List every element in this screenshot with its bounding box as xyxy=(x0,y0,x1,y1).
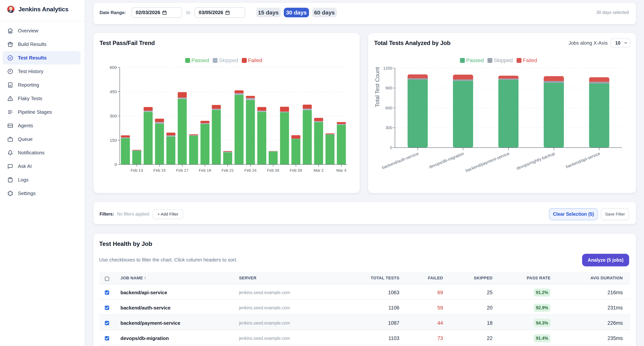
svg-text:Feb 17: Feb 17 xyxy=(176,168,188,172)
svg-text:150: 150 xyxy=(110,138,117,143)
svg-text:Feb 15: Feb 15 xyxy=(154,168,166,172)
svg-text:1200: 1200 xyxy=(383,66,392,70)
svg-text:Feb 28: Feb 28 xyxy=(290,168,302,172)
svg-text:backend/auth-service: backend/auth-service xyxy=(381,151,419,170)
svg-text:devops/nightly-backup: devops/nightly-backup xyxy=(516,151,555,171)
svg-text:0: 0 xyxy=(390,145,392,150)
svg-text:300: 300 xyxy=(110,114,117,118)
svg-text:Feb 26: Feb 26 xyxy=(267,168,279,172)
svg-text:0: 0 xyxy=(114,162,117,167)
svg-text:450: 450 xyxy=(110,89,117,94)
svg-text:Feb 24: Feb 24 xyxy=(244,168,256,172)
svg-text:devops/db-migration: devops/db-migration xyxy=(428,151,465,169)
svg-text:Feb 19: Feb 19 xyxy=(199,168,211,172)
svg-text:Mar 4: Mar 4 xyxy=(336,168,346,172)
svg-text:Mar 2: Mar 2 xyxy=(314,168,324,172)
svg-text:Feb 21: Feb 21 xyxy=(222,168,234,172)
svg-text:backend/api-service: backend/api-service xyxy=(565,151,601,169)
svg-text:300: 300 xyxy=(386,125,392,130)
svg-text:600: 600 xyxy=(386,106,392,110)
svg-text:Feb 13: Feb 13 xyxy=(130,168,143,172)
svg-text:backend/payment-service: backend/payment-service xyxy=(465,151,510,173)
svg-text:600: 600 xyxy=(110,65,117,70)
svg-text:Total Test Count: Total Test Count xyxy=(374,67,380,107)
svg-text:900: 900 xyxy=(386,86,392,90)
